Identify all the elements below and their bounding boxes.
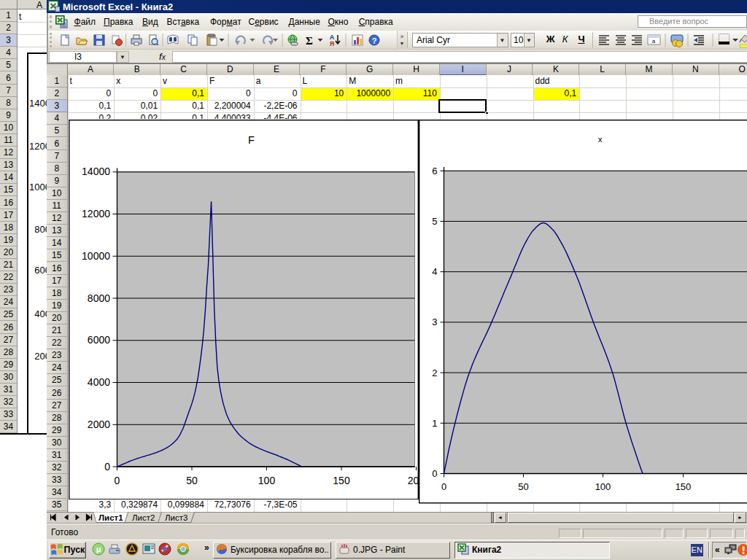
svg-text:Σ: Σ [306,35,313,47]
svg-text:0: 0 [441,481,446,492]
svg-text:0: 0 [432,468,437,479]
svg-text:6: 6 [432,166,437,176]
svg-text:2000: 2000 [87,418,109,429]
svg-text:1: 1 [432,418,437,429]
svg-text:5: 5 [432,216,437,227]
svg-text:4000: 4000 [87,376,109,388]
svg-text:50: 50 [518,481,528,492]
svg-text:Лист3: Лист3 [165,513,187,522]
svg-text:3: 3 [432,316,437,327]
svg-text:x: x [597,135,602,144]
svg-text:0: 0 [114,475,120,486]
svg-text:Я: Я [330,40,334,47]
svg-text:150: 150 [675,481,691,492]
svg-text:2: 2 [432,368,437,378]
svg-text:100: 100 [258,475,275,486]
svg-text:8000: 8000 [87,292,109,303]
svg-text:4: 4 [432,266,437,277]
svg-text:0: 0 [104,460,110,472]
svg-text:150: 150 [333,475,350,486]
svg-text:200: 200 [407,475,418,486]
svg-text:12000: 12000 [82,208,110,219]
svg-text:Лист1: Лист1 [98,513,123,522]
svg-text:10000: 10000 [82,249,110,261]
svg-text:6000: 6000 [87,334,109,346]
svg-text:F: F [248,133,255,145]
svg-text:14000: 14000 [82,166,110,177]
svg-text:μ: μ [96,545,101,553]
svg-text:a: a [652,38,656,44]
svg-text:?: ? [372,36,377,45]
svg-text:100: 100 [595,481,611,492]
svg-text:Лист2: Лист2 [132,513,155,522]
svg-text:50: 50 [186,475,198,486]
